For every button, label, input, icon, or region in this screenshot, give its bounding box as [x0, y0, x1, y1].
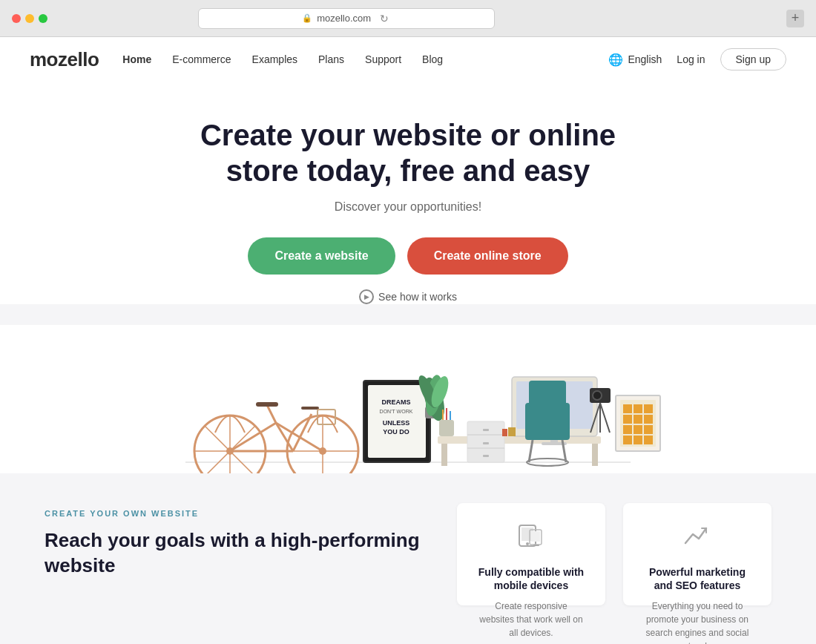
scene-svg: DREAMS DON'T WORK UNLESS YOU DO [148, 332, 668, 473]
close-button[interactable] [12, 14, 21, 23]
svg-rect-55 [439, 420, 454, 436]
hero-title: Create your website or online store toda… [185, 117, 631, 188]
feature-seo-desc: Everything you need to promote your busi… [644, 599, 751, 644]
svg-rect-37 [483, 429, 489, 431]
create-website-button[interactable]: Create a website [248, 237, 395, 275]
login-button[interactable]: Log in [677, 53, 705, 65]
svg-rect-66 [623, 415, 632, 424]
svg-line-15 [267, 405, 276, 423]
hero-section: Create your website or online store toda… [0, 82, 816, 304]
svg-rect-72 [623, 436, 632, 444]
url-bar[interactable]: 🔒 mozello.com ↻ [198, 8, 495, 29]
refresh-icon[interactable]: ↻ [378, 13, 390, 24]
fullscreen-button[interactable] [39, 14, 47, 23]
page-content: mozello Home E-commerce Examples Plans S… [0, 37, 816, 644]
feature-mobile-desc: Create responsive websites that work wel… [478, 599, 585, 640]
bottom-left: CREATE YOUR OWN WEBSITE Reach your goals… [45, 503, 439, 605]
svg-rect-65 [644, 404, 653, 413]
nav-examples[interactable]: Examples [252, 53, 297, 65]
svg-rect-74 [644, 436, 653, 444]
svg-rect-44 [525, 403, 570, 440]
illustration-section: DREAMS DON'T WORK UNLESS YOU DO [0, 325, 816, 473]
svg-rect-64 [634, 404, 642, 413]
language-selector[interactable]: 🌐 English [608, 53, 662, 67]
svg-rect-38 [483, 442, 489, 444]
nav-links: Home E-commerce Examples Plans Support B… [122, 53, 443, 65]
svg-rect-69 [623, 425, 632, 434]
svg-rect-16 [256, 402, 278, 407]
svg-rect-63 [623, 404, 632, 413]
signup-button[interactable]: Sign up [720, 48, 786, 70]
feature-mobile-title: Fully compatible with mobile devices [478, 565, 585, 592]
svg-rect-39 [483, 455, 489, 457]
svg-rect-70 [634, 425, 642, 434]
nav-blog[interactable]: Blog [422, 53, 443, 65]
lock-icon: 🔒 [302, 13, 312, 23]
bottom-section: CREATE YOUR OWN WEBSITE Reach your goals… [0, 473, 816, 635]
see-how-label: See how it works [378, 291, 457, 303]
nav-right: 🌐 English Log in Sign up [608, 48, 786, 70]
navbar: mozello Home E-commerce Examples Plans S… [0, 37, 816, 82]
see-how-link[interactable]: ▶ See how it works [30, 289, 786, 304]
seo-icon [644, 521, 751, 556]
mobile-icon [478, 521, 585, 556]
nav-plans[interactable]: Plans [318, 53, 344, 65]
section-label: CREATE YOUR OWN WEBSITE [45, 509, 439, 518]
svg-text:DREAMS: DREAMS [381, 398, 410, 406]
play-icon: ▶ [359, 289, 374, 304]
url-text: mozello.com [317, 13, 371, 24]
svg-text:DON'T WORK: DON'T WORK [380, 409, 413, 414]
browser-chrome: 🔒 mozello.com ↻ + [0, 0, 816, 37]
logo[interactable]: mozello [30, 48, 99, 71]
globe-icon: 🌐 [608, 53, 623, 67]
hero-subtitle: Discover your opportunities! [30, 200, 786, 214]
svg-rect-32 [441, 444, 447, 466]
svg-text:YOU DO: YOU DO [383, 428, 409, 436]
nav-ecommerce[interactable]: E-commerce [172, 53, 231, 65]
bottom-title: Reach your goals with a high-performing … [45, 528, 439, 579]
language-label: English [628, 53, 662, 65]
new-tab-button[interactable]: + [786, 10, 804, 27]
svg-rect-71 [644, 425, 653, 434]
svg-rect-67 [634, 415, 642, 424]
svg-line-54 [600, 403, 610, 433]
desk-illustration: DREAMS DON'T WORK UNLESS YOU DO [148, 332, 668, 473]
create-store-button[interactable]: Create online store [407, 237, 568, 275]
nav-support[interactable]: Support [365, 53, 401, 65]
svg-text:UNLESS: UNLESS [383, 419, 410, 427]
svg-rect-73 [634, 436, 642, 444]
traffic-lights [12, 14, 47, 23]
svg-rect-31 [438, 436, 601, 444]
svg-point-51 [593, 392, 601, 399]
svg-rect-45 [529, 381, 566, 407]
hero-buttons: Create a website Create online store [30, 237, 786, 275]
svg-rect-68 [644, 415, 653, 424]
svg-point-77 [526, 542, 529, 545]
svg-rect-59 [508, 427, 516, 436]
minimize-button[interactable] [25, 14, 34, 23]
svg-rect-33 [592, 444, 598, 466]
feature-seo-title: Powerful marketing and SEO features [644, 565, 751, 592]
svg-rect-60 [502, 429, 507, 436]
feature-card-seo: Powerful marketing and SEO features Ever… [623, 503, 771, 605]
svg-line-17 [293, 414, 312, 451]
svg-rect-79 [531, 531, 540, 542]
svg-line-11 [230, 423, 276, 451]
feature-card-mobile: Fully compatible with mobile devices Cre… [457, 503, 605, 605]
nav-home[interactable]: Home [122, 53, 151, 65]
